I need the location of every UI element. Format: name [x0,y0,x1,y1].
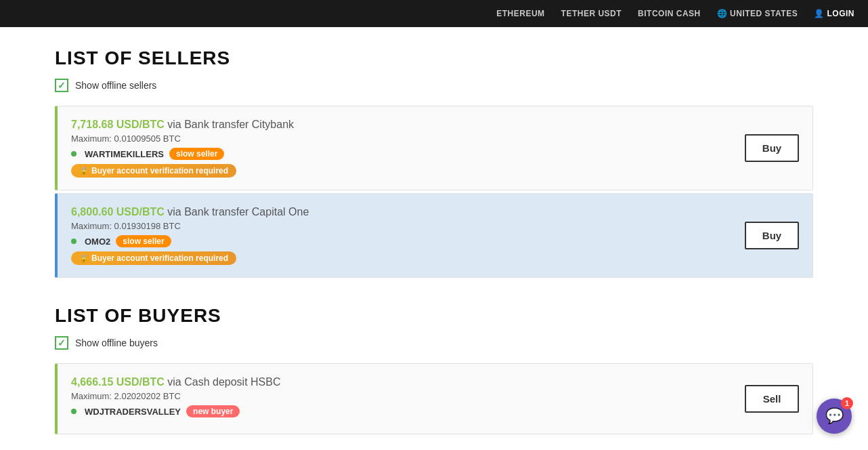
chat-icon: 💬 [825,407,844,425]
lock-icon: 🔒 [79,254,89,263]
seller-name: WARTIMEKILLERS [85,149,164,159]
buy-button[interactable]: Buy [745,134,799,162]
buyer-card: 4,666.15 USD/BTC via Cash deposit HSBC M… [55,363,813,434]
online-indicator [71,409,77,414]
buy-button[interactable]: Buy [745,222,799,249]
main-content: LIST OF SELLERS ✓ Show offline sellers 7… [28,27,840,450]
listing-tags: WARTIMEKILLERS slow seller [71,148,745,160]
new-buyer-tag: new buyer [186,405,240,417]
show-offline-buyers-label: Show offline buyers [75,338,158,348]
checkmark-icon: ✓ [58,80,66,91]
price-method: via Cash deposit HSBC [167,376,280,388]
listing-info: 6,800.60 USD/BTC via Bank transfer Capit… [71,206,745,265]
listing-max: Maximum: 0.01009505 BTC [71,134,745,144]
checkmark-icon-buyers: ✓ [58,338,66,348]
listing-max: Maximum: 2.02020202 BTC [71,391,745,401]
price-method: via Bank transfer Capital One [167,206,309,218]
sell-button[interactable]: Sell [745,385,799,413]
buyers-section-title: LIST OF BUYERS [55,305,813,327]
seller-name: OMO2 [85,237,110,247]
chat-button[interactable]: 💬 1 [817,398,852,434]
verification-text: Buyer account verification required [91,253,228,263]
seller-card: 6,800.60 USD/BTC via Bank transfer Capit… [55,193,813,278]
listing-info: 4,666.15 USD/BTC via Cash deposit HSBC M… [71,376,745,422]
show-offline-sellers-label: Show offline sellers [75,80,156,91]
verification-badge: 🔒 Buyer account verification required [71,164,236,178]
buyer-name: WDJTRADERSVALLEY [85,407,181,417]
verification-badge: 🔒 Buyer account verification required [71,251,236,265]
price-value: 4,666.15 USD/BTC [71,376,165,388]
listing-max: Maximum: 0.01930198 BTC [71,221,745,231]
listing-price: 6,800.60 USD/BTC via Bank transfer Capit… [71,206,745,218]
sellers-section-title: LIST OF SELLERS [55,47,813,69]
nav-bitcoin-cash[interactable]: BITCOIN CASH [638,9,701,18]
price-method: via Bank transfer Citybank [167,119,294,130]
slow-seller-tag: slow seller [169,148,224,160]
listing-tags: WDJTRADERSVALLEY new buyer [71,405,745,417]
online-indicator [71,239,77,244]
buyers-list: 4,666.15 USD/BTC via Cash deposit HSBC M… [55,363,813,434]
show-offline-buyers-checkbox[interactable]: ✓ [55,336,68,350]
listing-price: 7,718.68 USD/BTC via Bank transfer Cityb… [71,119,745,131]
chat-badge: 1 [841,397,853,409]
listing-tags: OMO2 slow seller [71,235,745,247]
online-indicator [71,151,77,157]
verification-text: Buyer account verification required [91,166,228,176]
slow-seller-tag: slow seller [116,235,171,247]
price-value: 7,718.68 USD/BTC [71,119,165,130]
nav-login[interactable]: 👤 LOGIN [814,9,854,18]
show-offline-buyers-row: ✓ Show offline buyers [55,336,813,350]
show-offline-sellers-row: ✓ Show offline sellers [55,79,813,92]
seller-card: 7,718.68 USD/BTC via Bank transfer Cityb… [55,106,813,190]
top-navigation: ETHEREUM TETHER USDT BITCOIN CASH 🌐 UNIT… [0,0,868,27]
listing-price: 4,666.15 USD/BTC via Cash deposit HSBC [71,376,745,388]
price-value: 6,800.60 USD/BTC [71,206,165,218]
nav-ethereum[interactable]: ETHEREUM [496,9,544,18]
show-offline-sellers-checkbox[interactable]: ✓ [55,79,68,92]
listing-info: 7,718.68 USD/BTC via Bank transfer Cityb… [71,119,745,178]
sellers-list: 7,718.68 USD/BTC via Bank transfer Cityb… [55,106,813,278]
nav-tether[interactable]: TETHER USDT [561,9,622,18]
nav-country[interactable]: 🌐 UNITED STATES [717,9,798,18]
lock-icon: 🔒 [79,167,89,176]
